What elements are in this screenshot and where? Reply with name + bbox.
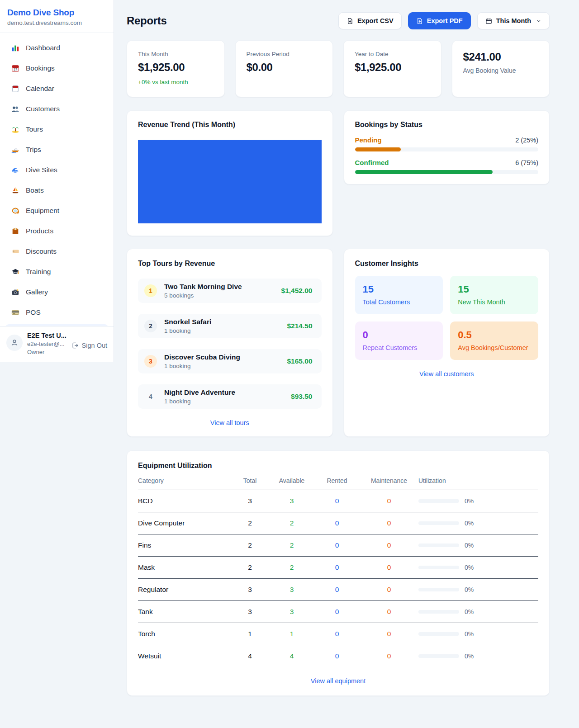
- tour-list-item[interactable]: 4 Night Dive Adventure 1 booking $93.50: [138, 384, 322, 409]
- sidebar-item-label: Dive Sites: [26, 166, 57, 174]
- export-csv-button[interactable]: Export CSV: [338, 12, 402, 29]
- tour-bookings: 1 booking: [164, 327, 211, 334]
- user-info: E2E Test U... e2e-tester@... Owner: [27, 332, 66, 355]
- insight-value: 0: [363, 329, 436, 341]
- col-available: Available: [269, 477, 314, 484]
- export-pdf-button[interactable]: Export PDF: [408, 12, 471, 29]
- sidebar-item-boats[interactable]: Boats: [5, 182, 108, 199]
- top-tours-title: Top Tours by Revenue: [138, 260, 322, 268]
- utilization-bar: [418, 521, 459, 525]
- period-selector-value: This Month: [496, 17, 531, 24]
- sidebar-item-trips[interactable]: Trips: [5, 141, 108, 158]
- people-icon: [11, 104, 20, 113]
- equipment-maintenance: 0: [360, 630, 418, 638]
- tour-name: Discover Scuba Diving: [164, 353, 240, 361]
- stat-card-this-month: This Month $1,925.00 +0% vs last month: [127, 40, 225, 97]
- utilization-percent: 0%: [465, 652, 474, 660]
- insight-value: 15: [458, 284, 531, 295]
- equipment-category: Regulator: [138, 586, 231, 594]
- sidebar-item-training[interactable]: Training: [5, 263, 108, 280]
- insight-label: Total Customers: [363, 298, 436, 306]
- user-avatar: [6, 335, 23, 351]
- tour-revenue: $214.50: [287, 322, 312, 330]
- sidebar-item-label: Products: [26, 227, 53, 235]
- view-all-tours-link[interactable]: View all tours: [138, 419, 322, 426]
- equipment-available: 3: [269, 608, 314, 616]
- equipment-total: 4: [231, 652, 269, 660]
- chevron-down-icon: [536, 18, 541, 24]
- top-tours-card: Top Tours by Revenue 1 Two Tank Morning …: [127, 249, 333, 437]
- middle-row: Top Tours by Revenue 1 Two Tank Morning …: [127, 249, 550, 437]
- sidebar-item-dashboard[interactable]: Dashboard: [5, 39, 108, 57]
- insight-value: 15: [363, 284, 436, 295]
- tour-bookings: 1 booking: [164, 363, 240, 369]
- sidebar-item-equipment[interactable]: Equipment: [5, 202, 108, 219]
- progress-track: [355, 170, 539, 174]
- tour-list-item[interactable]: 2 Snorkel Safari 1 booking $214.50: [138, 314, 322, 338]
- charts-row: Revenue Trend (This Month) Bookings by S…: [127, 110, 550, 236]
- equipment-total: 3: [231, 608, 269, 616]
- sidebar-item-dive-sites[interactable]: Dive Sites: [5, 161, 108, 179]
- sidebar-item-label: Calendar: [26, 85, 54, 93]
- tour-name: Two Tank Morning Dive: [164, 283, 242, 291]
- export-csv-label: Export CSV: [357, 17, 394, 24]
- table-row: Torch 1 1 0 0 0%: [138, 623, 538, 645]
- revenue-trend-card: Revenue Trend (This Month): [127, 110, 333, 236]
- col-rented: Rented: [314, 477, 360, 484]
- sidebar-item-discounts[interactable]: Discounts: [5, 243, 108, 260]
- file-download-icon: [346, 18, 353, 24]
- table-row: Regulator 3 3 0 0 0%: [138, 579, 538, 601]
- equipment-rented: 0: [314, 541, 360, 549]
- page-header: Reports Export CSV Export PDF This Month: [127, 12, 550, 29]
- sidebar-item-customers[interactable]: Customers: [5, 100, 108, 118]
- sidebar-item-pos[interactable]: POS: [5, 304, 108, 321]
- tour-bookings: 5 bookings: [164, 292, 242, 299]
- view-all-equipment-link[interactable]: View all equipment: [138, 677, 538, 685]
- insight-label: Avg Bookings/Customer: [458, 344, 531, 351]
- status-label: Pending: [355, 136, 382, 144]
- insight-value: 0.5: [458, 329, 531, 341]
- sidebar-item-label: Training: [26, 268, 51, 276]
- stat-value: $1,925.00: [138, 61, 214, 74]
- stat-value: $241.00: [463, 51, 539, 63]
- equipment-total: 3: [231, 586, 269, 594]
- period-selector[interactable]: This Month: [477, 12, 550, 29]
- svg-text:17: 17: [14, 67, 17, 71]
- sign-out-button[interactable]: Sign Out: [71, 342, 107, 349]
- sidebar: Demo Dive Shop demo.test.divestreams.com…: [0, 0, 114, 362]
- utilization-bar: [418, 610, 459, 614]
- view-all-customers-link[interactable]: View all customers: [355, 370, 539, 378]
- sidebar-item-tours[interactable]: Tours: [5, 121, 108, 138]
- dive-mask-icon: [11, 206, 20, 215]
- sidebar-item-bookings[interactable]: 17 Bookings: [5, 60, 108, 77]
- rank-badge: 4: [144, 390, 157, 403]
- progress-track: [355, 147, 539, 151]
- utilization-percent: 0%: [465, 564, 474, 571]
- equipment-available: 1: [269, 630, 314, 638]
- tag-icon: [11, 247, 20, 256]
- tour-list-item[interactable]: 1 Two Tank Morning Dive 5 bookings $1,45…: [138, 279, 322, 303]
- equipment-maintenance: 0: [360, 563, 418, 572]
- sidebar-item-label: Equipment: [26, 207, 59, 215]
- status-label: Confirmed: [355, 159, 389, 166]
- tour-revenue: $93.50: [291, 392, 312, 401]
- sidebar-item-products[interactable]: Products: [5, 222, 108, 240]
- stat-delta: +0% vs last month: [138, 79, 214, 85]
- progress-fill-pending: [355, 147, 401, 151]
- equipment-maintenance: 0: [360, 497, 418, 505]
- table-row: Wetsuit 4 4 0 0 0%: [138, 645, 538, 667]
- equipment-rented: 0: [314, 519, 360, 527]
- utilization-percent: 0%: [465, 497, 474, 505]
- island-icon: [11, 125, 20, 134]
- insight-tile-avg-bookings: 0.5 Avg Bookings/Customer: [450, 321, 538, 360]
- stat-value: $0.00: [247, 61, 322, 74]
- insight-tile-new-this-month: 15 New This Month: [450, 276, 538, 314]
- equipment-table-header: Category Total Available Rented Maintena…: [138, 470, 538, 490]
- credit-card-icon: [11, 308, 20, 317]
- sidebar-item-gallery[interactable]: Gallery: [5, 284, 108, 301]
- tour-list-item[interactable]: 3 Discover Scuba Diving 1 booking $165.0…: [138, 349, 322, 373]
- sidebar-item-calendar[interactable]: Calendar: [5, 80, 108, 97]
- main-content: Reports Export CSV Export PDF This Month…: [114, 0, 579, 728]
- customer-insights-title: Customer Insights: [355, 260, 539, 268]
- equipment-total: 2: [231, 519, 269, 527]
